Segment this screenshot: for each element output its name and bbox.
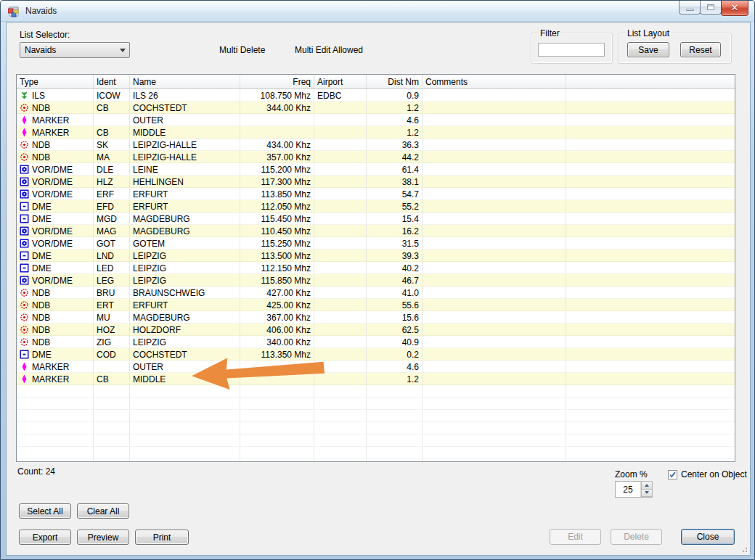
select-all-button[interactable]: Select All	[19, 503, 71, 519]
title-bar[interactable]: Navaids ✕	[1, 1, 754, 22]
dme-icon	[20, 202, 29, 211]
zoom-percent-value: 25	[616, 482, 640, 497]
cell-type: VOR/DME	[17, 237, 94, 249]
table-row[interactable]: NDBMALEIPZIG-HALLE357.00 Khz44.2	[17, 151, 735, 163]
cell-type: NDB	[17, 287, 94, 298]
cell-type: DME	[17, 213, 94, 224]
cell-ident: CB	[94, 102, 130, 113]
center-on-object-checkbox[interactable]	[668, 470, 677, 479]
cell-dist: 40.2	[367, 262, 423, 273]
cell-dist: 39.3	[367, 250, 423, 261]
spin-down-button[interactable]	[641, 489, 653, 498]
column-header-dist-nm[interactable]: Dist Nm	[367, 75, 423, 88]
print-button[interactable]: Print	[135, 530, 189, 545]
close-window-button[interactable]: ✕	[721, 1, 748, 16]
table-row[interactable]: NDBERTERFURT425.00 Khz55.6	[17, 299, 735, 311]
maximize-button[interactable]	[700, 1, 722, 15]
table-row[interactable]: DMECODCOCHSTEDT113.350 Mhz0.2	[17, 348, 735, 361]
cell-comments	[423, 102, 566, 113]
column-header-filler	[566, 75, 735, 88]
cell-airport	[314, 287, 367, 298]
column-header-airport[interactable]: Airport	[314, 75, 367, 88]
checkmark-icon	[669, 471, 677, 479]
close-button[interactable]: Close	[681, 529, 735, 545]
resize-grip[interactable]	[740, 545, 747, 552]
edit-button[interactable]: Edit	[550, 529, 601, 545]
table-row[interactable]: NDBZIGLEIPZIG340.00 Khz40.9	[17, 336, 735, 348]
cell-filler	[566, 274, 735, 286]
table-row[interactable]: ILSICOWILS 26108.750 MhzEDBC0.9	[17, 89, 735, 102]
table-row[interactable]: MARKERCBMIDDLE1.2	[17, 373, 735, 385]
cell-comments	[423, 176, 566, 187]
cell-dist: 1.2	[367, 102, 423, 113]
cell-freq: 406.00 Khz	[240, 324, 314, 335]
list-layout-group-label: List Layout	[625, 28, 672, 38]
cell-dist: 0.2	[367, 348, 423, 360]
reset-button[interactable]: Reset	[680, 42, 721, 57]
cell-airport	[314, 274, 367, 286]
cell-dist: 40.9	[367, 336, 423, 347]
table-row[interactable]: VOR/DMEGOTGOTEM115.250 Mhz31.5	[17, 237, 735, 250]
table-row[interactable]: NDBHOZHOLZDORF406.00 Khz62.5	[17, 324, 735, 336]
table-row[interactable]: VOR/DMEHLZHEHLINGEN117.300 Mhz38.1	[17, 176, 735, 188]
cell-filler	[566, 373, 735, 384]
cell-ident: LND	[94, 250, 130, 261]
cell-filler	[566, 237, 735, 249]
cell-filler	[566, 89, 735, 101]
cell-type: MARKER	[17, 373, 94, 384]
cell-ident: GOT	[94, 237, 130, 249]
cell-airport: EDBC	[314, 89, 367, 101]
table-row[interactable]: NDBMUMAGDEBURG367.00 Khz15.6	[17, 311, 735, 324]
table-row[interactable]: NDBSKLEIPZIG-HALLE434.00 Khz36.3	[17, 139, 735, 151]
column-header-ident[interactable]: Ident	[94, 75, 130, 88]
table-row[interactable]: MARKEROUTER4.6	[17, 114, 735, 126]
cell-airport	[314, 336, 367, 347]
cell-airport	[314, 250, 367, 261]
cell-type: ILS	[17, 89, 94, 101]
cell-name: LEIPZIG	[130, 250, 240, 261]
cell-comments	[423, 188, 566, 199]
column-header-comments[interactable]: Comments	[423, 75, 566, 88]
cell-name: ERFURT	[130, 299, 240, 310]
table-row[interactable]: VOR/DMEDLELEINE115.200 Mhz61.4	[17, 163, 735, 176]
cell-comments	[423, 114, 566, 125]
cell-comments	[423, 200, 566, 212]
filter-group-label: Filter	[538, 28, 562, 38]
cell-ident: MAG	[94, 225, 130, 236]
cell-airport	[314, 163, 367, 175]
delete-button[interactable]: Delete	[611, 529, 662, 545]
filter-input[interactable]	[538, 43, 605, 57]
export-button[interactable]: Export	[19, 530, 71, 545]
cell-freq: 425.00 Khz	[240, 299, 314, 310]
minimize-button[interactable]	[679, 1, 701, 15]
table-row[interactable]: MARKEROUTER4.6	[17, 361, 735, 373]
cell-comments	[423, 348, 566, 360]
vordme-icon	[20, 189, 29, 199]
clear-all-button[interactable]: Clear All	[77, 503, 129, 519]
preview-button[interactable]: Preview	[77, 530, 129, 545]
table-row[interactable]: NDBCBCOCHSTEDT344.00 Khz1.2	[17, 102, 735, 114]
zoom-percent-stepper[interactable]: 25	[615, 481, 653, 498]
table-row[interactable]: VOR/DMEMAGMAGDEBURG110.450 Mhz16.2	[17, 225, 735, 237]
table-row[interactable]: VOR/DMELEGLEIPZIG115.850 Mhz46.7	[17, 274, 735, 287]
table-row[interactable]: NDBBRUBRAUNSCHWEIG427.00 Khz41.0	[17, 287, 735, 299]
table-row[interactable]: MARKERCBMIDDLE1.2	[17, 126, 735, 139]
table-row[interactable]: VOR/DMEERFERFURT113.850 Mhz54.7	[17, 188, 735, 200]
table-row[interactable]: DMELEDLEIPZIG112.150 Mhz40.2	[17, 262, 735, 274]
cell-freq: 115.200 Mhz	[240, 163, 314, 175]
table-row[interactable]: DMELNDLEIPZIG113.500 Mhz39.3	[17, 250, 735, 262]
column-header-name[interactable]: Name	[130, 75, 240, 88]
cell-airport	[314, 225, 367, 236]
cell-name: COCHSTEDT	[130, 102, 240, 113]
table-row[interactable]: DMEEFDERFURT112.050 Mhz55.2	[17, 200, 735, 213]
table-row[interactable]: DMEMGDMAGDEBURG115.450 Mhz15.4	[17, 213, 735, 225]
cell-filler	[566, 114, 735, 125]
column-header-freq[interactable]: Freq	[240, 75, 314, 88]
vordme-icon	[20, 226, 29, 236]
cell-freq: 113.850 Mhz	[240, 188, 314, 199]
list-selector-dropdown[interactable]: Navaids	[20, 42, 130, 58]
cell-freq: 357.00 Khz	[240, 151, 314, 162]
cell-comments	[423, 139, 566, 150]
save-button[interactable]: Save	[627, 42, 669, 57]
column-header-type[interactable]: Type	[17, 75, 94, 88]
